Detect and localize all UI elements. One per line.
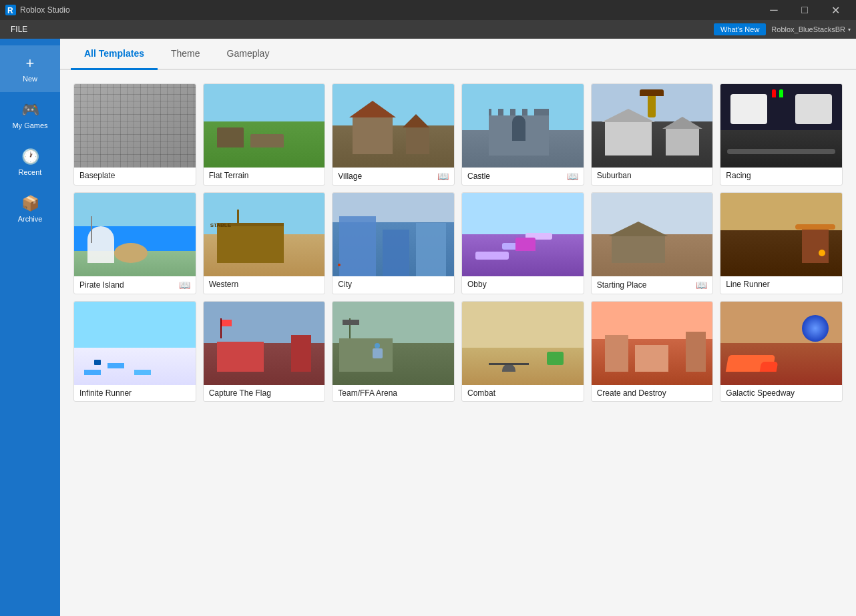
content-area: All TemplatesThemeGameplay Baseplate Fla… [60, 39, 856, 616]
tabs-bar: All TemplatesThemeGameplay [60, 39, 856, 70]
sidebar-item-recent[interactable]: 🕐 Recent [0, 139, 60, 186]
window-controls: ─ □ ✕ [759, 0, 851, 20]
book-icon-village: 📖 [437, 171, 449, 182]
book-icon-pirate-island: 📖 [179, 280, 190, 290]
template-name-castle: Castle [467, 172, 490, 181]
template-name-western: Western [209, 280, 238, 289]
tab-gameplay[interactable]: Gameplay [214, 39, 283, 70]
template-name-row-infinite-runner: Infinite Runner [74, 385, 196, 401]
template-name-row-village: Village 📖 [333, 168, 454, 185]
template-name-row-racing: Racing [720, 168, 842, 184]
template-name-row-line-runner: Line Runner [720, 276, 842, 292]
template-name-row-city: City [333, 276, 454, 292]
tab-theme[interactable]: Theme [158, 39, 214, 70]
template-thumb-western: STABLE [204, 193, 325, 276]
template-name-baseplate: Baseplate [79, 171, 115, 180]
template-name-row-castle: Castle 📖 [462, 168, 584, 185]
template-thumb-infinite-runner [74, 302, 196, 385]
sidebar-label-my-games: My Games [12, 121, 47, 129]
template-card-western[interactable]: STABLE Western [203, 192, 326, 294]
template-name-infinite-runner: Infinite Runner [79, 388, 132, 398]
template-thumb-racing [720, 84, 842, 168]
template-name-row-western: Western [204, 276, 325, 292]
roblox-logo-icon: R [5, 5, 16, 15]
template-card-baseplate[interactable]: Baseplate [73, 83, 196, 186]
new-icon: + [26, 55, 35, 72]
titlebar: R Roblox Studio ─ □ ✕ [0, 0, 856, 20]
template-name-capture-the-flag: Capture The Flag [209, 388, 271, 398]
template-name-racing: Racing [726, 171, 751, 180]
template-name-row-capture-the-flag: Capture The Flag [204, 385, 325, 401]
template-name-row-starting-place: Starting Place 📖 [592, 276, 713, 294]
sidebar-item-archive[interactable]: 📦 Archive [0, 186, 60, 232]
template-card-flat-terrain[interactable]: Flat Terrain [203, 83, 326, 186]
template-thumb-capture-the-flag [204, 302, 325, 385]
file-menu[interactable]: FILE [5, 20, 33, 39]
svg-text:R: R [7, 6, 13, 15]
templates-area: Baseplate Flat Terrain Village 📖 [60, 70, 856, 616]
template-card-galactic-speedway[interactable]: Galactic Speedway [720, 301, 843, 402]
template-name-combat: Combat [467, 388, 495, 398]
tab-all-templates[interactable]: All Templates [71, 39, 158, 70]
template-name-row-obby: Obby [462, 276, 584, 292]
user-menu[interactable]: Roblox_BlueStacksBR ▾ [771, 25, 851, 33]
main-app: + New 🎮 My Games 🕐 Recent 📦 Archive All … [0, 39, 856, 616]
template-name-city: City [338, 280, 352, 289]
app-title: Roblox Studio [20, 5, 759, 15]
template-card-create-and-destroy[interactable]: Create and Destroy [591, 301, 714, 402]
archive-icon: 📦 [21, 195, 39, 212]
template-name-flat-terrain: Flat Terrain [209, 171, 249, 180]
template-thumb-village [333, 84, 454, 168]
sidebar-label-new: New [23, 75, 37, 83]
template-thumb-combat [462, 302, 584, 385]
template-card-pirate-island[interactable]: Pirate Island 📖 [73, 192, 196, 294]
template-card-infinite-runner[interactable]: Infinite Runner [73, 301, 196, 402]
template-thumb-baseplate [74, 84, 196, 168]
book-icon-castle: 📖 [567, 171, 578, 182]
template-name-row-create-and-destroy: Create and Destroy [592, 385, 713, 401]
template-card-racing[interactable]: Racing [720, 83, 843, 186]
template-card-city[interactable]: City [332, 192, 455, 294]
template-name-row-combat: Combat [462, 385, 584, 401]
template-card-combat[interactable]: Combat [461, 301, 584, 402]
menubar: FILE What's New Roblox_BlueStacksBR ▾ [0, 20, 856, 39]
minimize-button[interactable]: ─ [759, 0, 789, 20]
template-card-castle[interactable]: Castle 📖 [461, 83, 584, 186]
book-icon-starting-place: 📖 [696, 280, 707, 290]
template-name-galactic-speedway: Galactic Speedway [726, 388, 795, 398]
template-thumb-starting-place [592, 193, 713, 276]
template-name-row-galactic-speedway: Galactic Speedway [720, 385, 842, 401]
templates-grid: Baseplate Flat Terrain Village 📖 [73, 83, 843, 402]
maximize-button[interactable]: □ [789, 0, 820, 20]
template-name-create-and-destroy: Create and Destroy [597, 388, 666, 398]
template-card-line-runner[interactable]: Line Runner [720, 192, 843, 294]
template-card-obby[interactable]: Obby [461, 192, 584, 294]
template-name-village: Village [338, 172, 362, 181]
template-thumb-flat-terrain [204, 84, 325, 168]
username-label: Roblox_BlueStacksBR [771, 25, 845, 33]
template-thumb-create-and-destroy [592, 302, 713, 385]
whats-new-button[interactable]: What's New [714, 23, 766, 35]
sidebar-label-recent: Recent [19, 168, 42, 176]
template-name-team-ffa-arena: Team/FFA Arena [338, 388, 397, 398]
template-thumb-castle [462, 84, 584, 168]
template-card-suburban[interactable]: Suburban [591, 83, 714, 186]
sidebar-item-new[interactable]: + New [0, 45, 60, 92]
template-thumb-line-runner [720, 193, 842, 276]
template-name-row-team-ffa-arena: Team/FFA Arena [333, 385, 454, 401]
my-games-icon: 🎮 [21, 101, 39, 119]
template-thumb-obby [462, 193, 584, 276]
template-name-suburban: Suburban [597, 171, 632, 180]
template-name-row-pirate-island: Pirate Island 📖 [74, 276, 196, 294]
template-card-team-ffa-arena[interactable]: Team/FFA Arena [332, 301, 455, 402]
template-card-capture-the-flag[interactable]: Capture The Flag [203, 301, 326, 402]
template-name-starting-place: Starting Place [597, 280, 647, 290]
template-name-row-flat-terrain: Flat Terrain [204, 168, 325, 184]
template-thumb-galactic-speedway [720, 302, 842, 385]
template-card-village[interactable]: Village 📖 [332, 83, 455, 186]
sidebar-item-my-games[interactable]: 🎮 My Games [0, 92, 60, 139]
close-button[interactable]: ✕ [820, 0, 851, 20]
user-dropdown-arrow: ▾ [848, 27, 851, 33]
template-card-starting-place[interactable]: Starting Place 📖 [591, 192, 714, 294]
template-thumb-team-ffa-arena [333, 302, 454, 385]
